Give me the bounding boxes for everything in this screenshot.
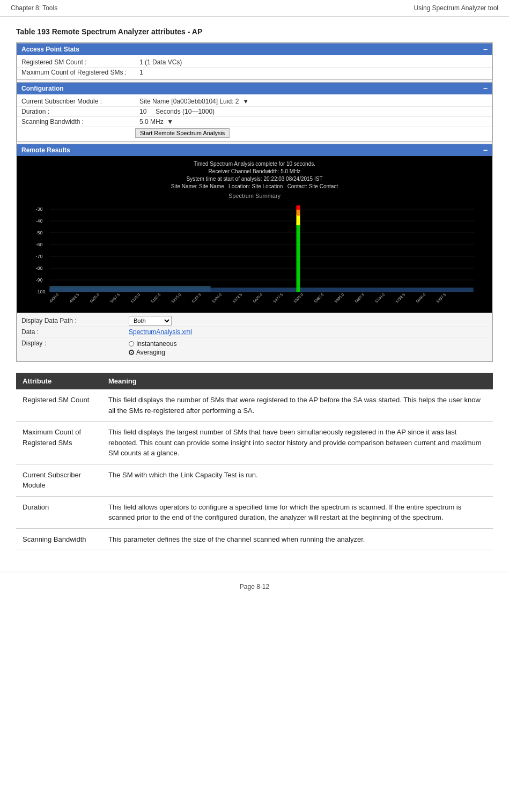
meaning-cell: This field displays the number of SMs th… <box>102 389 493 422</box>
registered-sm-count-value: 1 (1 Data VCs) <box>139 58 182 66</box>
table-row: Scanning BandwidthThis parameter defines… <box>16 528 493 550</box>
access-point-stats-label: Access Point Stats <box>21 46 79 53</box>
table-row: Current Subscriber ModuleThe SM with whi… <box>16 464 493 496</box>
table-row: Registered SM CountThis field displays t… <box>16 389 493 422</box>
row-current-subscriber: Current Subscriber Module : Site Name [0… <box>17 97 492 107</box>
remote-results-collapse-icon[interactable]: − <box>483 146 488 154</box>
ui-screenshot: Access Point Stats − Registered SM Count… <box>16 42 493 362</box>
svg-rect-19 <box>50 287 474 292</box>
averaging-label: Averaging <box>136 349 165 356</box>
table-row: Maximum Count of Registered SMsThis fiel… <box>16 422 493 464</box>
configuration-collapse-icon[interactable]: − <box>483 84 488 93</box>
remote-results-body: Timed Spectrum Analysis complete for 10 … <box>17 156 492 361</box>
display-controls: Display Data Path : Both Horizontal Vert… <box>17 313 492 361</box>
data-row: Data : SpectrumAnalysis.xml <box>21 327 488 337</box>
instantaneous-label: Instantaneous <box>136 340 176 348</box>
svg-rect-23 <box>297 205 300 210</box>
svg-text:-30: -30 <box>36 206 43 212</box>
max-count-value: 1 <box>139 69 143 76</box>
spectrum-info: Timed Spectrum Analysis complete for 10 … <box>21 160 488 190</box>
page-header: Chapter 8: Tools Using Spectrum Analyzer… <box>0 0 509 17</box>
row-scanning-bandwidth: Scanning Bandwidth : 5.0 MHz ▼ <box>17 117 492 127</box>
header-left: Chapter 8: Tools <box>11 4 57 12</box>
access-point-stats-body: Registered SM Count : 1 (1 Data VCs) Max… <box>17 55 492 79</box>
scanning-bandwidth-value: 5.0 MHz ▼ <box>139 118 173 126</box>
attribute-cell: Current Subscriber Module <box>16 464 102 496</box>
configuration-body: Current Subscriber Module : Site Name [0… <box>17 94 492 141</box>
current-subscriber-value: Site Name [0a003ebb0104] Luid: 2 ▼ <box>139 98 249 105</box>
data-label: Data : <box>21 328 129 336</box>
svg-text:-90: -90 <box>36 277 43 283</box>
meaning-column-header: Meaning <box>102 373 493 389</box>
attribute-cell: Maximum Count of Registered SMs <box>16 422 102 464</box>
attribute-cell: Scanning Bandwidth <box>16 528 102 550</box>
data-file-link[interactable]: SpectrumAnalysis.xml <box>129 328 192 336</box>
row-max-count: Maximum Count of Registered SMs : 1 <box>17 68 492 77</box>
access-point-stats-collapse-icon[interactable]: − <box>483 45 488 54</box>
instantaneous-radio-item[interactable]: Instantaneous <box>129 340 176 348</box>
svg-text:-80: -80 <box>36 265 43 271</box>
registered-sm-count-label: Registered SM Count : <box>21 58 139 66</box>
meaning-cell: This field allows operators to configure… <box>102 496 493 528</box>
data-path-row: Display Data Path : Both Horizontal Vert… <box>21 315 488 327</box>
attribute-cell: Registered SM Count <box>16 389 102 422</box>
attributes-table-body: Registered SM CountThis field displays t… <box>16 389 493 550</box>
data-path-label: Display Data Path : <box>21 317 129 324</box>
page-number: Page 8-12 <box>240 583 269 590</box>
remote-results-section: Remote Results − Timed Spectrum Analysis… <box>17 144 492 361</box>
svg-rect-22 <box>297 209 300 216</box>
svg-rect-0 <box>35 201 475 308</box>
header-right: Using Spectrum Analyzer tool <box>414 4 498 12</box>
configuration-section: Configuration − Current Subscriber Modul… <box>17 82 492 142</box>
table-header-row: Attribute Meaning <box>16 373 493 389</box>
svg-text:-70: -70 <box>36 254 43 259</box>
spectrum-container: Timed Spectrum Analysis complete for 10 … <box>17 156 492 313</box>
averaging-radio-circle[interactable] <box>129 350 134 355</box>
spectrum-chart-svg: -30 -40 -50 -60 -70 -80 -90 -100 <box>21 201 488 308</box>
instantaneous-radio-circle[interactable] <box>129 341 134 346</box>
table-title-rest: Remote Spectrum Analyzer attributes - AP <box>50 27 202 36</box>
spectrum-summary-title: Spectrum Summary <box>21 193 488 199</box>
svg-text:-60: -60 <box>36 242 43 247</box>
averaging-radio-item[interactable]: Averaging <box>129 349 176 356</box>
display-row: Display : Instantaneous Averaging <box>21 337 488 359</box>
row-duration: Duration : 10 Seconds (10—1000) <box>17 107 492 117</box>
row-start-button-container: Start Remote Spectrum Analysis <box>17 127 492 139</box>
display-radio-group: Instantaneous Averaging <box>129 339 176 357</box>
table-title-bold: Table 193 <box>16 27 50 36</box>
remote-results-label: Remote Results <box>21 146 70 154</box>
data-path-select[interactable]: Both Horizontal Vertical <box>129 316 172 326</box>
configuration-label: Configuration <box>21 85 64 92</box>
access-point-stats-header: Access Point Stats − <box>17 43 492 55</box>
remote-results-header: Remote Results − <box>17 144 492 156</box>
meaning-cell: This parameter defines the size of the c… <box>102 528 493 550</box>
data-path-select-wrapper: Both Horizontal Vertical <box>129 316 172 326</box>
scanning-bandwidth-label: Scanning Bandwidth : <box>21 118 139 126</box>
svg-text:-100: -100 <box>36 289 46 294</box>
current-subscriber-label: Current Subscriber Module : <box>21 98 139 105</box>
svg-rect-20 <box>297 223 300 292</box>
configuration-header: Configuration − <box>17 83 492 94</box>
table-title: Table 193 Remote Spectrum Analyzer attri… <box>16 27 493 36</box>
page-footer: Page 8-12 <box>0 572 509 601</box>
access-point-stats-section: Access Point Stats − Registered SM Count… <box>17 43 492 80</box>
table-row: DurationThis field allows operators to c… <box>16 496 493 528</box>
max-count-label: Maximum Count of Registered SMs : <box>21 69 139 76</box>
attributes-table: Attribute Meaning Registered SM CountThi… <box>16 373 493 550</box>
display-label: Display : <box>21 339 129 347</box>
duration-label: Duration : <box>21 108 139 115</box>
attribute-cell: Duration <box>16 496 102 528</box>
meaning-cell: The SM with which the Link Capacity Test… <box>102 464 493 496</box>
svg-rect-21 <box>297 215 300 225</box>
row-registered-sm-count: Registered SM Count : 1 (1 Data VCs) <box>17 57 492 68</box>
start-analysis-button[interactable]: Start Remote Spectrum Analysis <box>135 128 230 138</box>
main-content: Table 193 Remote Spectrum Analyzer attri… <box>0 17 509 561</box>
meaning-cell: This field displays the largest number o… <box>102 422 493 464</box>
attribute-column-header: Attribute <box>16 373 102 389</box>
duration-value: 10 Seconds (10—1000) <box>139 108 215 115</box>
svg-text:-50: -50 <box>36 230 43 235</box>
svg-text:-40: -40 <box>36 218 43 224</box>
